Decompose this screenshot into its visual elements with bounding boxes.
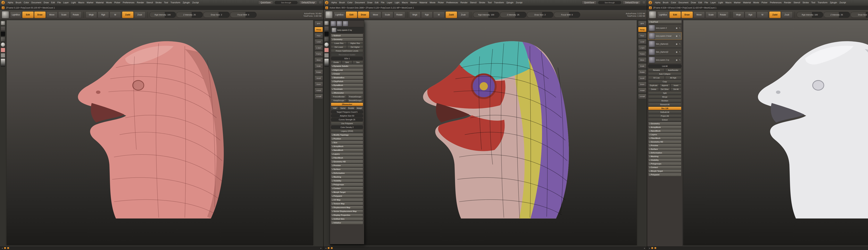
menu-item[interactable]: Render (135, 1, 145, 4)
paint-mode-button[interactable]: Rgb (421, 11, 433, 18)
palette-row[interactable]: Reconstruct Subdiv (331, 53, 364, 57)
view-control-button[interactable]: Scale (638, 63, 647, 69)
pixologic-logo-icon[interactable]: Z (649, 1, 652, 4)
color-secondary-swatch[interactable] (324, 53, 329, 58)
palette-row[interactable]: ClayPolish (331, 80, 364, 83)
texture-icon[interactable] (1, 37, 5, 41)
palette-row[interactable]: Position (331, 137, 364, 140)
menu-item[interactable]: Stencil (145, 1, 154, 4)
menu-item[interactable]: Layer (709, 1, 717, 4)
palette-button[interactable]: Smt (342, 61, 352, 64)
pixologic-logo-icon[interactable]: Z (325, 1, 329, 4)
view-control-button[interactable]: Frame (315, 51, 323, 56)
palette-row[interactable]: Contact (331, 186, 364, 190)
menu-item[interactable]: Alpha (330, 1, 338, 4)
shelf-nav-button[interactable]: Move (46, 11, 58, 18)
palette-row[interactable]: Texture Map (331, 202, 364, 206)
palette-row[interactable]: SDiv 1 (331, 57, 364, 60)
subtool-action-row[interactable]: Auto Collapse (648, 72, 682, 76)
recent-tool-thumb[interactable] (343, 21, 348, 26)
palette-button[interactable]: Dynamic Subdiv (331, 64, 363, 68)
shelf-nav-button[interactable]: Edit (670, 11, 681, 18)
palette-button[interactable]: Same (339, 106, 347, 110)
subtool-action-button[interactable]: Delete (648, 88, 659, 91)
subtool-action-row[interactable]: Split (648, 91, 682, 95)
menu-item[interactable]: Marker (409, 1, 418, 4)
menu-item[interactable]: Light (394, 1, 401, 4)
view-control-button[interactable]: Rotate (315, 69, 323, 75)
palette-section-header[interactable]: NanoMesh (648, 129, 681, 133)
see-through-slider[interactable]: See-through (275, 1, 298, 4)
view-control-button[interactable]: Floor (315, 33, 323, 38)
menu-item[interactable]: Document (30, 1, 42, 4)
material-icon[interactable] (1, 42, 5, 47)
texture-icon[interactable] (324, 37, 329, 41)
palette-row[interactable]: Morph Target (331, 190, 364, 194)
palette-button[interactable]: Adapt (355, 106, 363, 110)
paint-mode-button[interactable]: M (110, 11, 121, 18)
palette-button[interactable]: Del Lower (331, 45, 347, 49)
shelf-slider[interactable]: Z Intensity25 (824, 12, 850, 18)
subtool-action-row[interactable]: Project All (648, 114, 682, 118)
palette-row[interactable]: Deformation (331, 171, 364, 175)
menu-item[interactable]: Draw (42, 1, 50, 4)
view-control-button[interactable]: Scroll (315, 75, 323, 81)
palette-button[interactable]: Vector Displacement Map (331, 210, 363, 213)
see-through-slider[interactable]: See-through (598, 1, 621, 4)
menu-item[interactable]: Draw (366, 1, 374, 4)
alpha-icon[interactable] (324, 32, 329, 36)
palette-section-header[interactable]: Layers (648, 133, 681, 136)
palette-section-header[interactable]: Geometry (648, 122, 681, 125)
palette-row[interactable]: Target Polygons Count 5 (331, 110, 364, 114)
palette-row[interactable]: Layers (331, 152, 364, 156)
shelf-slider[interactable]: Rgb Intensity100 (150, 12, 176, 18)
visibility-eye-icon[interactable]: ◉ (676, 27, 678, 29)
palette-section-header[interactable]: Preview (648, 144, 681, 147)
subtool-action-button[interactable]: Extract (648, 118, 681, 122)
menu-item[interactable]: Stencil (792, 1, 801, 4)
sculpt-canvas[interactable] (330, 20, 637, 246)
stroke-icon[interactable] (324, 26, 329, 31)
palette-section-header[interactable]: FiberMesh (648, 136, 681, 140)
palette-button[interactable]: Target Polygons Count 5 (331, 110, 363, 114)
menu-item[interactable]: File (380, 1, 385, 4)
shelf-slider[interactable]: Draw Size2 (527, 12, 553, 18)
view-control-button[interactable]: Floor (638, 33, 647, 38)
palette-row[interactable]: DivideSmtSuv (331, 60, 364, 64)
shelf-slider[interactable]: Z Intensity25 (176, 12, 203, 18)
polypaint-pen-icon[interactable]: ✎ (679, 59, 681, 61)
menu-item[interactable]: Brush (14, 1, 23, 4)
view-control-button[interactable]: Move (638, 57, 647, 62)
paint-mode-button[interactable]: M (757, 11, 768, 18)
palette-section-header[interactable]: Masking (648, 155, 681, 158)
menu-item[interactable]: File (703, 1, 709, 4)
palette-row[interactable]: KeepGroupsSmoothGroups (331, 99, 364, 102)
subtool-action-button[interactable]: AutoReorder (665, 68, 682, 72)
subtool-action-button[interactable]: Project All (648, 114, 681, 118)
shelf-nav-button[interactable]: Rotate (394, 11, 405, 18)
menu-item[interactable]: Zscript (515, 1, 524, 4)
palette-row[interactable]: Subtool (331, 34, 364, 37)
visibility-eye-icon[interactable]: ◉ (676, 51, 678, 53)
shelf-nav-button[interactable]: Rotate (717, 11, 729, 18)
material-icon[interactable] (324, 42, 329, 47)
palette-row[interactable]: Freeze SubDivision Levels (331, 49, 364, 53)
palette-row[interactable]: DynaMesh (331, 83, 364, 87)
shelf-nav-button[interactable]: Scale (382, 11, 393, 18)
palette-button[interactable]: Double (347, 106, 355, 110)
palette-button[interactable]: KeepGroups (331, 99, 347, 102)
menu-item[interactable]: Document (677, 1, 690, 4)
menu-item[interactable]: Tool (163, 1, 169, 4)
palette-button[interactable]: Use Polypaint (331, 122, 363, 125)
view-control-button[interactable]: Persp (315, 27, 323, 32)
subtool-item[interactable]: Skin_[Sphere]2◉✎ (648, 48, 682, 56)
palette-button[interactable]: Divide (331, 61, 341, 64)
subtool-item[interactable]: ivory queen 2 head◉✎ (648, 32, 682, 40)
menu-item[interactable]: Macro (401, 1, 409, 4)
palette-section-header[interactable]: ArrayMesh (648, 126, 681, 129)
palette-button[interactable]: SDiv 1 (331, 57, 363, 60)
palette-row[interactable]: Vector Displacement Map (331, 209, 364, 213)
tray-handle-icon[interactable] (7, 247, 9, 249)
menu-item[interactable]: Color (346, 1, 354, 4)
view-control-button[interactable]: BPR (315, 21, 323, 26)
